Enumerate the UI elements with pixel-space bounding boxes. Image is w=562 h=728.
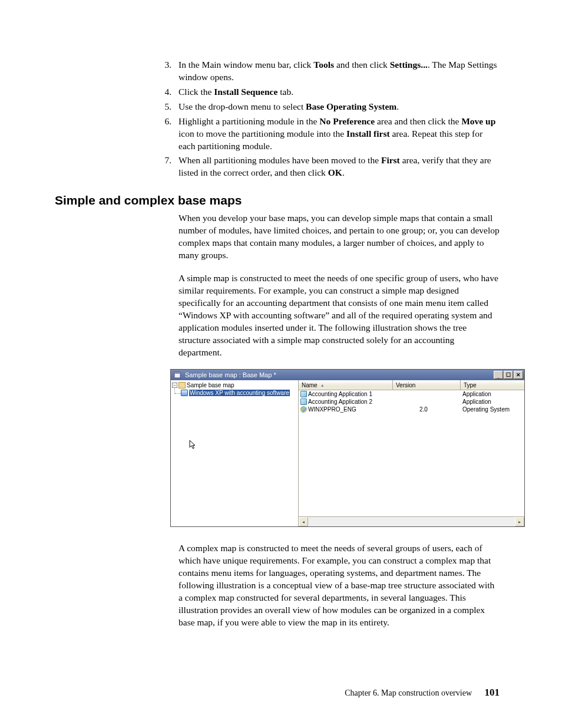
list-header: Name ▲ Version Type (299, 380, 524, 390)
minimize-button[interactable]: _ (494, 371, 503, 379)
row-version: 2.0 (393, 406, 461, 413)
step-item: 3.In the Main window menu bar, click Too… (55, 59, 500, 84)
table-row[interactable]: Accounting Application 2Application (299, 398, 524, 406)
page-number: 101 (485, 687, 500, 698)
tree-root-row[interactable]: − Sample base map (172, 381, 297, 389)
column-header-name[interactable]: Name ▲ (299, 380, 393, 390)
paragraph-3: A complex map is constructed to meet the… (178, 542, 500, 628)
window-title: Sample base map : Base Map * (184, 371, 494, 378)
row-name: WINXPPRO_ENG (308, 406, 356, 413)
cursor-icon (189, 440, 197, 452)
step-number: 4. (55, 86, 178, 98)
sample-map-window: Sample base map : Base Map * _ ☐ ✕ − Sam… (170, 369, 525, 527)
maximize-button[interactable]: ☐ (504, 371, 513, 379)
table-row[interactable]: Accounting Application 1Application (299, 390, 524, 398)
application-icon (300, 398, 307, 405)
menu-item-icon (181, 390, 188, 396)
step-text: Use the drop-down menu to select Base Op… (178, 101, 500, 113)
step-number: 5. (55, 101, 178, 113)
page-footer: Chapter 6. Map construction overview 101 (345, 687, 500, 699)
scroll-right-button[interactable]: ▸ (515, 517, 524, 526)
instruction-steps: 3.In the Main window menu bar, click Too… (55, 59, 500, 179)
step-number: 6. (55, 116, 178, 153)
sort-ascending-icon: ▲ (320, 383, 325, 387)
step-number: 3. (55, 59, 178, 84)
step-text: In the Main window menu bar, click Tools… (178, 59, 500, 84)
map-icon (178, 382, 186, 388)
row-type: Application (461, 398, 524, 405)
step-number: 7. (55, 154, 178, 179)
list-panel: Name ▲ Version Type Accounting Applicati… (299, 380, 524, 526)
paragraph-2: A simple map is constructed to meet the … (178, 272, 500, 358)
step-item: 7.When all partitioning modules have bee… (55, 154, 500, 179)
application-icon (300, 391, 307, 397)
row-name: Accounting Application 2 (308, 398, 372, 405)
horizontal-scrollbar[interactable]: ◂ ▸ (299, 516, 524, 526)
column-header-type[interactable]: Type (461, 380, 524, 390)
chapter-label: Chapter 6. Map construction overview (345, 689, 472, 697)
step-item: 4.Click the Install Sequence tab. (55, 86, 500, 98)
window-titlebar[interactable]: Sample base map : Base Map * _ ☐ ✕ (171, 370, 524, 380)
row-type: Application (461, 391, 524, 397)
svg-rect-1 (174, 372, 180, 374)
window-controls: _ ☐ ✕ (494, 371, 524, 379)
scroll-track[interactable] (308, 517, 515, 526)
close-button[interactable]: ✕ (514, 371, 523, 379)
os-icon (300, 406, 307, 413)
step-text: Highlight a partitioning module in the N… (178, 116, 500, 153)
collapse-icon[interactable]: − (172, 383, 177, 388)
row-type: Operating System (461, 406, 524, 413)
step-text: Click the Install Sequence tab. (178, 86, 500, 98)
scroll-left-button[interactable]: ◂ (299, 517, 308, 526)
section-heading: Simple and complex base maps (55, 193, 500, 207)
tree-selected-item[interactable]: Windows XP with accounting software (189, 390, 290, 396)
step-text: When all partitioning modules have been … (178, 154, 500, 179)
column-header-version[interactable]: Version (393, 380, 461, 390)
row-name: Accounting Application 1 (308, 391, 372, 397)
window-icon (173, 371, 181, 379)
tree-root-label: Sample base map (187, 382, 234, 388)
paragraph-1: When you develop your base maps, you can… (178, 212, 500, 262)
step-item: 5.Use the drop-down menu to select Base … (55, 101, 500, 113)
step-item: 6.Highlight a partitioning module in the… (55, 116, 500, 153)
table-row[interactable]: WINXPPRO_ENG2.0Operating System (299, 406, 524, 413)
tree-panel[interactable]: − Sample base map Windows XP with accoun… (171, 380, 299, 526)
